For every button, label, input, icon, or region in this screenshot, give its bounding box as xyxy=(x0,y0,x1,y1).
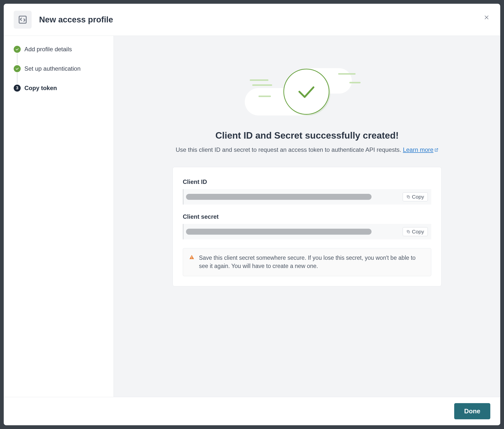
client-secret-value-redacted xyxy=(186,229,372,235)
step-label: Set up authentication xyxy=(24,65,81,72)
check-icon xyxy=(14,65,21,72)
warning-text: Save this client secret somewhere secure… xyxy=(199,254,425,270)
copy-icon xyxy=(406,230,410,234)
success-illustration xyxy=(245,68,369,118)
content-area: Client ID and Secret successfully create… xyxy=(114,36,500,397)
copy-client-id-button[interactable]: Copy xyxy=(403,192,428,201)
client-id-label: Client ID xyxy=(183,178,431,185)
client-secret-label: Client secret xyxy=(183,213,431,220)
done-button[interactable]: Done xyxy=(454,403,490,419)
success-description: Use this client ID and secret to request… xyxy=(176,146,438,153)
copy-icon xyxy=(406,195,410,199)
modal-footer: Done xyxy=(4,397,500,425)
copy-client-secret-button[interactable]: Copy xyxy=(403,227,428,236)
client-id-row: Copy xyxy=(183,189,431,205)
step-copy-token: 3 Copy token xyxy=(14,85,104,92)
svg-rect-5 xyxy=(191,256,192,258)
client-id-value-redacted xyxy=(186,194,372,200)
warning-icon xyxy=(189,255,194,260)
new-access-profile-modal: New access profile Add profile details xyxy=(4,4,500,425)
modal-body: Add profile details Set up authenticatio… xyxy=(4,36,500,397)
step-set-up-authentication: Set up authentication xyxy=(14,65,104,85)
credentials-card: Client ID Copy Clie xyxy=(173,167,441,286)
warning-box: Save this client secret somewhere secure… xyxy=(183,248,431,276)
external-link-icon xyxy=(434,148,439,152)
step-label: Copy token xyxy=(24,85,57,92)
step-label: Add profile details xyxy=(24,46,72,53)
access-profile-icon xyxy=(14,11,32,29)
svg-rect-6 xyxy=(191,258,192,259)
svg-rect-3 xyxy=(408,196,410,198)
step-add-profile-details: Add profile details xyxy=(14,46,104,65)
close-button[interactable] xyxy=(483,14,490,21)
wizard-steps-sidebar: Add profile details Set up authenticatio… xyxy=(4,36,114,397)
svg-rect-4 xyxy=(408,231,410,233)
success-check-icon xyxy=(283,69,329,115)
client-secret-group: Client secret Copy xyxy=(183,213,431,239)
client-secret-row: Copy xyxy=(183,224,431,239)
step-number-badge: 3 xyxy=(14,85,21,92)
modal-header: New access profile xyxy=(4,4,500,36)
client-id-group: Client ID Copy xyxy=(183,178,431,205)
check-icon xyxy=(14,46,21,53)
modal-title: New access profile xyxy=(39,15,113,24)
learn-more-link[interactable]: Learn more xyxy=(403,146,439,153)
success-title: Client ID and Secret successfully create… xyxy=(215,130,399,141)
